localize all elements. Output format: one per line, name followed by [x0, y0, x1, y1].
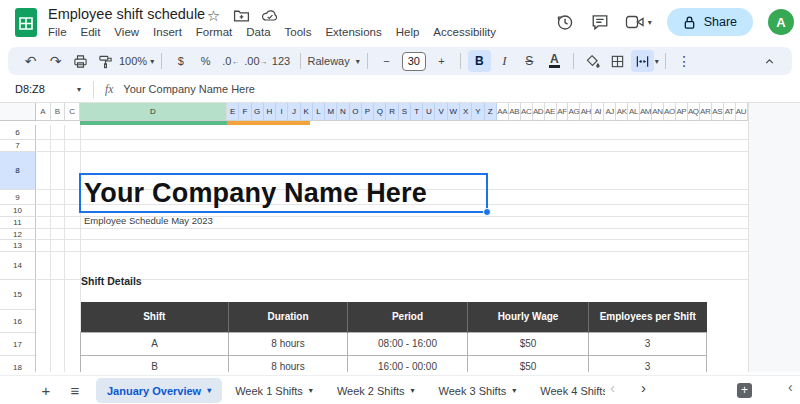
column-header[interactable]: B	[51, 103, 66, 121]
chevron-down-icon[interactable]: ▾	[207, 386, 211, 395]
chevron-down-icon[interactable]: ▾	[77, 85, 81, 94]
column-header[interactable]: A	[36, 103, 51, 121]
menu-accessibility[interactable]: Accessibility	[426, 23, 503, 41]
column-header-selected[interactable]: J	[288, 103, 300, 121]
row-header[interactable]: 17	[0, 333, 35, 356]
table-cell[interactable]: 8 hours	[229, 332, 348, 355]
borders-button[interactable]	[606, 50, 629, 72]
bold-button[interactable]: B	[468, 50, 491, 72]
table-cell[interactable]: 08:00 - 16:00	[348, 332, 468, 355]
row-header[interactable]: 7	[0, 140, 35, 152]
menu-extensions[interactable]: Extensions	[318, 23, 388, 41]
document-title[interactable]: Employee shift schedule	[48, 6, 205, 22]
decrease-font-size-button[interactable]: −	[375, 50, 398, 72]
name-box[interactable]: D8:Z8	[15, 83, 77, 95]
all-sheets-button[interactable]: ≡	[65, 380, 85, 400]
select-all-corner[interactable]	[0, 103, 36, 121]
column-header[interactable]: AC	[521, 103, 533, 121]
column-header-selected[interactable]: T	[411, 103, 423, 121]
format-currency-button[interactable]: $	[169, 50, 192, 72]
table-cell[interactable]: 16:00 - 00:00	[348, 355, 468, 372]
column-header[interactable]: AP	[676, 103, 688, 121]
increase-decimals-button[interactable]: .00→	[244, 50, 267, 72]
more-toolbar-button[interactable]: ⋮	[673, 50, 696, 72]
column-header-selected[interactable]: W	[448, 103, 460, 121]
print-button[interactable]	[69, 50, 92, 72]
row-header[interactable]: 9	[0, 190, 35, 205]
column-header[interactable]: AU	[736, 103, 748, 121]
menu-insert[interactable]: Insert	[146, 23, 189, 41]
cell-subtitle[interactable]: Employee Schedule May 2023	[84, 215, 213, 226]
menu-file[interactable]: File	[41, 23, 74, 41]
table-header-cell[interactable]: Period	[348, 302, 468, 332]
column-header-selected[interactable]: S	[399, 103, 411, 121]
column-header-selected-green[interactable]: D	[80, 103, 227, 121]
menu-view[interactable]: View	[107, 23, 146, 41]
table-cell[interactable]: B	[81, 355, 229, 372]
sheet-tab-active[interactable]: January Overview ▾	[96, 378, 222, 403]
tabs-scroll-right-button[interactable]: ›	[641, 379, 646, 396]
row-header[interactable]: 11	[0, 217, 35, 229]
text-color-button[interactable]: A	[543, 50, 566, 72]
strikethrough-button[interactable]: S	[518, 50, 541, 72]
column-header[interactable]: AH	[580, 103, 592, 121]
column-header[interactable]: AK	[616, 103, 628, 121]
sheet-tab[interactable]: Week 4 Shifts ▾	[529, 378, 605, 403]
sheet-tab[interactable]: Week 2 Shifts ▾	[326, 378, 426, 403]
table-cell[interactable]: 3	[589, 355, 707, 372]
menu-tools[interactable]: Tools	[278, 23, 319, 41]
sheets-logo-icon[interactable]	[14, 7, 38, 38]
chevron-down-icon[interactable]: ▾	[309, 386, 313, 395]
menu-help[interactable]: Help	[389, 23, 427, 41]
font-size-input[interactable]: 30	[402, 52, 426, 71]
row-header[interactable]: 15	[0, 280, 35, 310]
meet-button[interactable]: ▾	[625, 14, 652, 30]
collapse-panel-icon[interactable]: ‹	[788, 379, 793, 395]
row-header[interactable]: 16	[0, 310, 35, 333]
tabs-scroll-left-button[interactable]: ‹	[610, 379, 615, 396]
table-cell[interactable]: 3	[589, 332, 707, 355]
table-cell[interactable]: $50	[468, 332, 589, 355]
column-header[interactable]: AF	[557, 103, 569, 121]
table-cell[interactable]: $50	[468, 355, 589, 372]
menu-format[interactable]: Format	[189, 23, 239, 41]
column-header-selected[interactable]: G	[252, 103, 264, 121]
column-header-selected[interactable]: E	[227, 103, 239, 121]
row-header[interactable]: 13	[0, 240, 35, 252]
table-cell[interactable]: 8 hours	[229, 355, 348, 372]
column-header-selected[interactable]: H	[264, 103, 276, 121]
increase-font-size-button[interactable]: +	[430, 50, 453, 72]
row-header[interactable]: 18	[0, 356, 35, 372]
column-header-selected[interactable]: N	[337, 103, 349, 121]
table-header-cell[interactable]: Employees per Shift	[589, 302, 707, 332]
comments-icon[interactable]	[590, 12, 610, 32]
column-header[interactable]: AE	[545, 103, 557, 121]
chevron-down-icon[interactable]: ▾	[648, 18, 652, 27]
column-header-selected[interactable]: K	[301, 103, 313, 121]
menu-edit[interactable]: Edit	[74, 23, 108, 41]
sheet-tab[interactable]: Week 1 Shifts ▾	[224, 378, 324, 403]
merge-options-arrow[interactable]: ▾	[655, 57, 659, 66]
cell-section-heading[interactable]: Shift Details	[81, 275, 142, 287]
column-header-selected[interactable]: X	[460, 103, 472, 121]
column-header[interactable]: AQ	[688, 103, 700, 121]
zoom-select[interactable]: 100% ▾	[119, 50, 154, 72]
column-header[interactable]: AB	[509, 103, 521, 121]
column-header-selected[interactable]: V	[435, 103, 447, 121]
column-header[interactable]: AL	[628, 103, 640, 121]
column-header[interactable]: AO	[664, 103, 676, 121]
hide-toolbar-button[interactable]	[758, 50, 781, 72]
add-sheet-button[interactable]: +	[36, 380, 56, 400]
column-header[interactable]: AG	[568, 103, 580, 121]
decrease-decimals-button[interactable]: .0←	[219, 50, 242, 72]
version-history-icon[interactable]	[555, 12, 575, 32]
chevron-down-icon[interactable]: ▾	[512, 386, 516, 395]
table-cell[interactable]: A	[81, 332, 229, 355]
row-header[interactable]: 14	[0, 252, 35, 280]
column-header-selected[interactable]: O	[350, 103, 362, 121]
column-header[interactable]: AN	[652, 103, 664, 121]
column-header[interactable]: AT	[724, 103, 736, 121]
column-header-selected[interactable]: Z	[485, 103, 497, 121]
undo-button[interactable]: ↶	[19, 50, 42, 72]
table-header-cell[interactable]: Hourly Wage	[468, 302, 589, 332]
